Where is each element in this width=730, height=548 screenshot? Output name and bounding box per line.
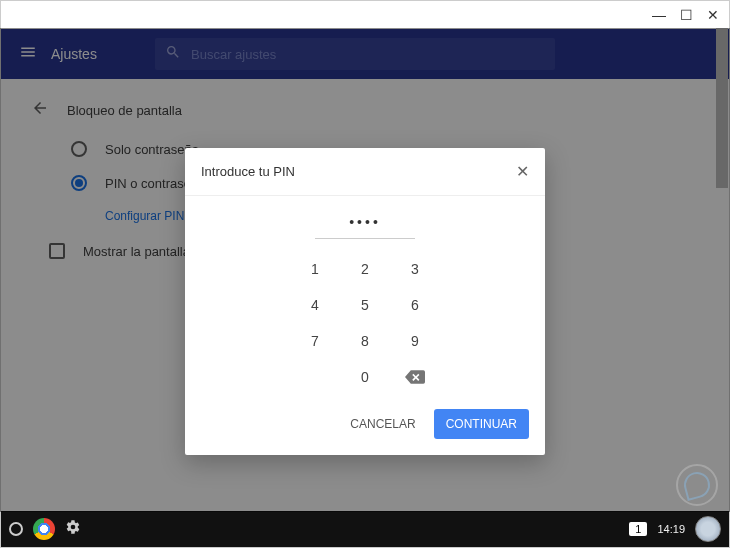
keypad-5[interactable]: 5	[340, 287, 390, 323]
keypad-3[interactable]: 3	[390, 251, 440, 287]
keypad-empty	[290, 359, 340, 395]
settings-gear-icon[interactable]	[65, 519, 81, 539]
pin-underline	[315, 238, 415, 239]
minimize-button[interactable]: —	[652, 7, 666, 23]
pin-display: ••••	[185, 196, 545, 238]
close-window-button[interactable]: ✕	[707, 7, 719, 23]
keypad-9[interactable]: 9	[390, 323, 440, 359]
chrome-icon[interactable]	[33, 518, 55, 540]
watermark-icon	[676, 464, 718, 506]
launcher-icon[interactable]	[9, 522, 23, 536]
system-shelf: 1 14:19	[1, 511, 729, 547]
cancel-button[interactable]: CANCELAR	[342, 409, 423, 439]
continue-button[interactable]: CONTINUAR	[434, 409, 529, 439]
clock[interactable]: 14:19	[657, 523, 685, 535]
keypad-6[interactable]: 6	[390, 287, 440, 323]
keypad-8[interactable]: 8	[340, 323, 390, 359]
close-icon[interactable]: ✕	[516, 162, 529, 181]
keypad-4[interactable]: 4	[290, 287, 340, 323]
keypad-0[interactable]: 0	[340, 359, 390, 395]
dialog-title: Introduce tu PIN	[201, 164, 295, 179]
window-titlebar: — ☐ ✕	[1, 1, 729, 29]
numeric-keypad: 1 2 3 4 5 6 7 8 9 0	[185, 251, 545, 395]
backspace-icon[interactable]	[390, 359, 440, 395]
keypad-7[interactable]: 7	[290, 323, 340, 359]
user-avatar[interactable]	[695, 516, 721, 542]
maximize-button[interactable]: ☐	[680, 7, 693, 23]
notification-badge[interactable]: 1	[629, 522, 647, 536]
keypad-1[interactable]: 1	[290, 251, 340, 287]
modal-overlay: Introduce tu PIN ✕ •••• 1 2 3 4 5 6 7 8 …	[0, 28, 730, 512]
keypad-2[interactable]: 2	[340, 251, 390, 287]
pin-dialog: Introduce tu PIN ✕ •••• 1 2 3 4 5 6 7 8 …	[185, 148, 545, 455]
